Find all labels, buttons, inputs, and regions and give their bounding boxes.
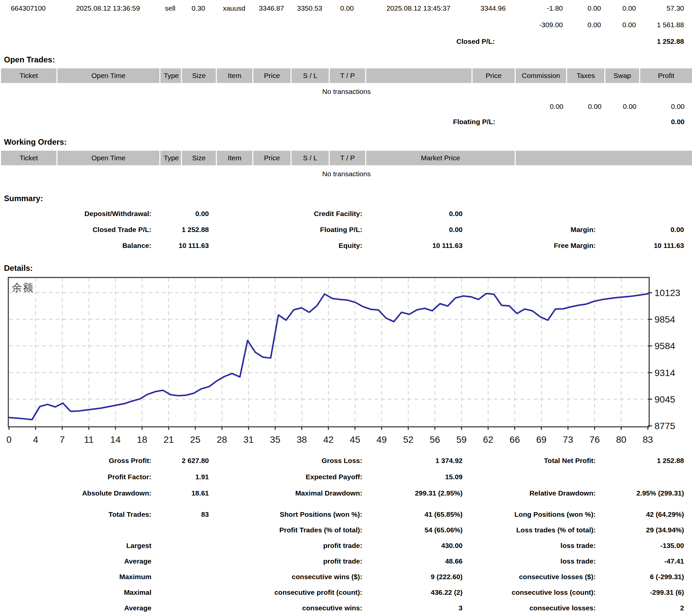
col-blank [366,68,472,84]
spacer [155,553,212,569]
working-orders-table: Ticket Open Time Type Size Item Price S … [0,149,692,181]
value-expected-payoff: 15.09 [366,469,466,485]
svg-text:8775: 8775 [654,421,675,431]
svg-text:9045: 9045 [654,394,675,404]
label-avg-consecutive-losses: consecutive losses: [466,600,599,616]
details-title: Details: [4,264,692,273]
svg-text:66: 66 [510,435,520,445]
cell-commission: -1.80 [515,0,566,17]
open-no-transactions: No transactions [1,84,692,99]
open-no-transactions-row: No transactions [1,84,692,99]
open-total-taxes: 0.00 [567,99,605,114]
cell-close-time: 2025.08.12 13:45:37 [365,0,472,17]
svg-text:7: 7 [60,435,65,445]
stats-row-profit-trades: Profit Trades (% of total): 54 (65.06%) … [0,522,692,538]
totals-spacer [0,17,515,33]
col-tp: T / P [329,150,366,166]
stats-row-maximum: Maximum consecutive wins ($): 9 (222.60)… [0,569,692,585]
cell-type: sell [159,0,181,17]
value-loss-trades: 29 (34.94%) [599,522,692,538]
spacer [155,538,212,553]
svg-text:49: 49 [376,435,387,445]
col-ticket: Ticket [1,150,57,166]
cell-tp: 0.00 [329,0,365,17]
spacer [155,522,212,538]
spacer [599,469,692,485]
label-long-positions: Long Positions (won %): [466,506,599,522]
value-consecutive-losses: 6 (-299.31) [599,569,692,585]
closed-pl-label: Closed P/L: [0,33,515,50]
col-swap: Swap [605,68,640,84]
value-margin: 0.00 [599,222,692,238]
col-sl: S / L [291,150,329,166]
label-average-loss-trade: loss trade: [466,553,599,569]
open-trades-header-row: Ticket Open Time Type Size Item Price S … [1,68,692,84]
value-total-trades: 83 [155,506,212,522]
svg-text:9314: 9314 [654,368,675,378]
svg-text:69: 69 [536,435,546,445]
stats-row-factor: Profit Factor: 1.91 Expected Payoff: 15.… [0,469,692,485]
label-average2: Average [0,600,155,616]
svg-text:11: 11 [84,435,94,445]
stats-row-largest: Largest profit trade: 430.00 loss trade:… [0,538,692,553]
value-profit-factor: 1.91 [155,469,212,485]
value-deposit-withdrawal: 0.00 [155,206,212,222]
value-floating-pl: 0.00 [366,222,466,238]
spacer [1,99,515,114]
value-average-loss-trade: -47.41 [599,553,692,569]
spacer [155,600,212,616]
open-total-commission: 0.00 [515,99,567,114]
col-open-time: Open Time [57,68,160,84]
col-price: Price [253,68,291,84]
svg-text:35: 35 [270,435,280,445]
col-size: Size [182,150,216,166]
value-balance: 10 111.63 [155,238,212,254]
label-balance: Balance: [0,238,155,254]
label-gross-loss: Gross Loss: [212,453,366,469]
value-profit-trades: 54 (65.06%) [366,522,466,538]
balance-chart: 8775904593149584985410123047111418212528… [0,277,692,453]
stats-row-trades: Total Trades: 83 Short Positions (won %)… [0,506,692,522]
working-orders-title: Working Orders: [4,137,692,147]
closed-pl-row: Closed P/L: 1 252.88 [0,33,692,50]
open-total-profit: 0.00 [640,99,692,114]
spacer [604,33,639,50]
summary-row: Deposit/Withdrawal: 0.00 Credit Facility… [0,206,692,222]
svg-text:83: 83 [643,435,653,445]
label-total-trades: Total Trades: [0,506,155,522]
value-equity: 10 111.63 [366,238,466,254]
cell-size: 0.30 [181,0,216,17]
spacer [0,522,155,538]
value-closed-trade-pl: 1 252.88 [155,222,212,238]
value-short-positions: 41 (65.85%) [366,506,466,522]
value-gross-loss: 1 374.92 [366,453,466,469]
total-commission: -309.00 [515,17,566,33]
svg-text:9584: 9584 [654,341,675,351]
label-profit-trades: Profit Trades (% of total): [212,522,366,538]
col-taxes: Taxes [567,68,605,84]
label-margin: Margin: [466,222,599,238]
svg-text:56: 56 [430,435,440,445]
spacer [515,114,567,129]
closed-pl-value: 1 252.88 [639,33,692,50]
summary-row: Closed Trade P/L: 1 252.88 Floating P/L:… [0,222,692,238]
col-open-time: Open Time [57,150,160,166]
summary-title: Summary: [4,194,692,203]
label-free-margin: Free Margin: [466,238,599,254]
label-floating-pl: Floating P/L: [212,222,366,238]
value-total-net-profit: 1 252.88 [599,453,692,469]
statistics-table: Gross Profit: 2 627.80 Gross Loss: 1 374… [0,453,692,616]
col-size: Size [182,68,216,84]
col-close-price: Price [472,68,515,84]
svg-text:25: 25 [190,435,200,445]
label-gross-profit: Gross Profit: [0,453,155,469]
open-trades-title: Open Trades: [4,55,692,64]
spacer [466,469,599,485]
value-absolute-drawdown: 18.61 [155,485,212,501]
stats-row-maximal: Maximal consecutive profit (count): 436.… [0,585,692,600]
stats-gap-row [0,501,692,506]
svg-text:18: 18 [137,435,147,445]
trading-statement-page: { "colors": { "header_bg": "#c0c0c0", "g… [0,0,692,616]
svg-text:52: 52 [403,435,413,445]
col-tp: T / P [329,68,366,84]
